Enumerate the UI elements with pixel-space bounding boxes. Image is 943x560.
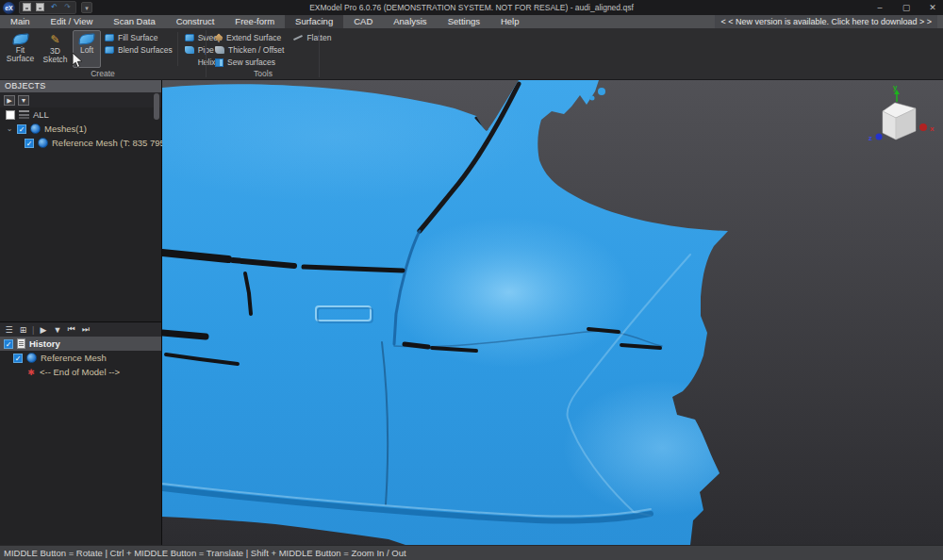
history-toolbar: ☰ ⊞ | ▶ ▼ ⏮ ⏭ <box>0 322 161 337</box>
play-filter-icon[interactable]: ▶ <box>4 95 15 106</box>
tree-row-meshes[interactable]: ⌄ ✓ Meshes(1) <box>0 122 161 136</box>
funnel-icon[interactable]: ▼ <box>52 325 62 335</box>
thicken-offset-button[interactable]: Thicken / Offset <box>215 44 284 56</box>
ribbon-group-create: Fit Surface ✎ 3D Sketch Loft Fill Surfac… <box>0 28 206 79</box>
app-logo-icon[interactable]: eX <box>3 2 15 14</box>
ribbon-separator <box>177 32 178 66</box>
maximize-button[interactable]: ▢ <box>900 3 913 12</box>
fill-surface-icon <box>105 34 114 41</box>
group-label-create: Create <box>0 69 206 78</box>
tab-construct[interactable]: Construct <box>166 15 225 28</box>
play-icon[interactable]: ▶ <box>38 325 48 335</box>
window-title: EXModel Pro 6.0.76 (DEMONSTRATION SYSTEM… <box>0 3 943 12</box>
axis-z-label: z <box>869 134 872 142</box>
tab-help[interactable]: Help <box>490 15 530 28</box>
open-icon[interactable] <box>36 3 46 12</box>
fit-surface-button[interactable]: Fit Surface <box>3 30 38 68</box>
group-label-tools: Tools <box>207 69 319 78</box>
tab-edit-view[interactable]: Edit / View <box>41 15 104 28</box>
app-window: eX ↶ ↷ ▾ EXModel Pro 6.0.76 (DEMONSTRATI… <box>0 0 943 560</box>
history-row-header[interactable]: ✓ History <box>0 337 161 351</box>
pipe-icon <box>185 46 194 54</box>
flatten-icon <box>293 34 303 41</box>
menu-bar: Main Edit / View Scan Data Construct Fre… <box>0 15 943 28</box>
update-notice-link[interactable]: < < New version is available. Click here… <box>715 15 937 28</box>
document-icon <box>17 338 25 349</box>
objects-scrollbar[interactable] <box>154 93 159 120</box>
tab-main[interactable]: Main <box>0 15 41 28</box>
tab-settings[interactable]: Settings <box>438 15 490 28</box>
3d-sketch-button[interactable]: ✎ 3D Sketch <box>38 30 73 68</box>
ribbon-group-separator <box>319 30 320 77</box>
tab-free-form[interactable]: Free-form <box>224 15 285 28</box>
funnel-icon[interactable]: ▼ <box>18 95 29 106</box>
visibility-eye-icon[interactable] <box>38 138 48 148</box>
visibility-eye-icon[interactable] <box>26 353 37 363</box>
tab-scan-data[interactable]: Scan Data <box>103 15 165 28</box>
tree-view-icon[interactable]: ⊞ <box>18 325 28 335</box>
ribbon-group-separator <box>206 30 207 77</box>
fit-surface-icon <box>12 33 28 45</box>
tree-row-reference-mesh[interactable]: ✓ Reference Mesh (T: 835 795) <box>0 136 161 150</box>
sew-surfaces-button[interactable]: Sew surfaces <box>215 57 284 68</box>
tree-row-all[interactable]: ALL <box>0 107 161 122</box>
viewport-canvas[interactable]: y z x <box>162 80 943 545</box>
list-view-icon[interactable]: ☰ <box>4 325 14 335</box>
undo-icon[interactable]: ↶ <box>49 3 59 12</box>
loft-icon <box>78 33 94 45</box>
fill-surface-button[interactable]: Fill Surface <box>105 32 173 43</box>
axis-x-dot <box>919 124 927 131</box>
objects-toolbar: ▶ ▼ <box>0 92 161 107</box>
minimize-button[interactable]: – <box>873 3 886 12</box>
save-icon[interactable] <box>23 3 33 12</box>
sew-surfaces-icon <box>215 58 223 67</box>
extend-surface-button[interactable]: Extend Surface <box>215 32 284 43</box>
checkbox-history[interactable]: ✓ <box>4 339 13 349</box>
sweep-icon <box>185 34 194 41</box>
visibility-eye-icon[interactable] <box>30 124 41 134</box>
checkbox-reference-mesh[interactable]: ✓ <box>25 139 34 148</box>
loft-button[interactable]: Loft <box>73 30 101 68</box>
flatten-button[interactable]: Flatten <box>293 32 331 43</box>
quick-access-dropdown-icon[interactable]: ▾ <box>81 2 92 13</box>
redo-icon[interactable]: ↷ <box>62 3 73 12</box>
3d-sketch-icon: ✎ <box>50 34 59 45</box>
viewport-3d[interactable]: y z x <box>162 80 943 545</box>
skip-start-icon[interactable]: ⏮ <box>66 324 76 335</box>
thicken-offset-icon <box>215 46 224 54</box>
ribbon-group-tools: Extend Surface Thicken / Offset Sew surf… <box>207 28 319 79</box>
extend-surface-icon <box>214 33 223 41</box>
objects-panel-header: OBJECTS <box>0 80 161 92</box>
end-marker-icon: ✱ <box>26 368 36 377</box>
tab-surfacing[interactable]: Surfacing <box>285 15 343 28</box>
chevron-down-icon[interactable]: ⌄ <box>6 124 13 133</box>
window-controls: – ▢ ✕ <box>873 0 939 15</box>
left-panel: OBJECTS ▶ ▼ ALL ⌄ ✓ Meshes(1) ✓ Referenc… <box>0 80 162 545</box>
layers-icon <box>19 110 29 119</box>
tab-cad[interactable]: CAD <box>343 15 383 28</box>
status-text: MIDDLE Button = Rotate | Ctrl + MIDDLE B… <box>4 548 406 558</box>
status-bar: MIDDLE Button = Rotate | Ctrl + MIDDLE B… <box>0 545 943 560</box>
quick-access-toolbar: ↶ ↷ <box>19 1 76 14</box>
history-row-reference-mesh[interactable]: ✓ Reference Mesh <box>0 351 161 365</box>
checkbox-history-reference-mesh[interactable]: ✓ <box>13 354 23 363</box>
axis-x-label: x <box>930 124 935 133</box>
title-bar: eX ↶ ↷ ▾ EXModel Pro 6.0.76 (DEMONSTRATI… <box>0 0 943 15</box>
tab-analysis[interactable]: Analysis <box>383 15 437 28</box>
history-row-end-of-model[interactable]: ✱ <-- End of Model --> <box>0 365 161 379</box>
checkbox-all[interactable] <box>6 110 15 120</box>
ribbon: Fit Surface ✎ 3D Sketch Loft Fill Surfac… <box>0 28 943 80</box>
checkbox-meshes[interactable]: ✓ <box>17 124 26 134</box>
close-button[interactable]: ✕ <box>926 3 939 12</box>
axis-z-dot <box>876 134 883 140</box>
blend-surfaces-icon <box>105 46 114 54</box>
blend-surfaces-button[interactable]: Blend Surfaces <box>105 44 173 56</box>
skip-end-icon[interactable]: ⏭ <box>80 324 91 335</box>
